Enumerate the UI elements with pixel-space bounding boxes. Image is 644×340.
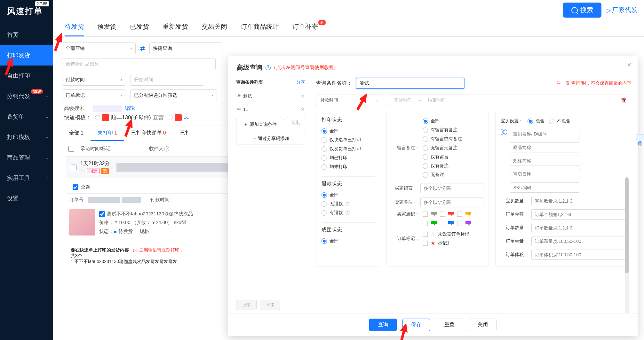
radio-refund-all[interactable]: 全部 bbox=[322, 190, 375, 199]
tab-reship[interactable]: 重新发货 bbox=[163, 22, 188, 36]
baby-attr-input[interactable] bbox=[510, 169, 580, 179]
share-code-button[interactable]: ⫘ 通过分享码添加 bbox=[236, 133, 305, 144]
date-range-picker[interactable]: 开始时间→结束时间📅 bbox=[389, 95, 631, 106]
radio-remark-all[interactable]: 全部 bbox=[423, 117, 483, 126]
tab-resend[interactable]: 订单补寄新 bbox=[292, 22, 318, 36]
tab-closed[interactable]: 交易关闭 bbox=[202, 22, 227, 36]
mark-option[interactable]: ★ 标记1 bbox=[423, 239, 483, 248]
flag-checkbox[interactable] bbox=[423, 212, 428, 217]
swap-icon[interactable]: ⇄ bbox=[140, 45, 145, 52]
subtab-unprinted[interactable]: 未打印1 bbox=[91, 126, 124, 141]
spec-short-input[interactable] bbox=[510, 156, 580, 166]
tab-stats[interactable]: 订单商品统计 bbox=[241, 22, 279, 36]
vendor-ship-link[interactable]: 厂家代发 bbox=[606, 6, 638, 14]
radio-remark-both[interactable]: 有留言有备注 bbox=[423, 126, 483, 135]
radio-print-express[interactable]: 仅快递单已打印 bbox=[322, 135, 375, 144]
seller-note-input[interactable] bbox=[420, 197, 483, 207]
close-button[interactable]: 关闭 bbox=[469, 319, 497, 331]
subtab-all[interactable]: 全部1 bbox=[62, 126, 91, 141]
qty-input[interactable] bbox=[531, 196, 626, 206]
delete-icon[interactable]: ✕ bbox=[301, 107, 305, 112]
flag-yellow-icon[interactable] bbox=[465, 212, 471, 216]
radio-group-all[interactable]: 全部 bbox=[322, 236, 375, 245]
buyer-msg-input[interactable] bbox=[420, 183, 483, 193]
scrollbar[interactable] bbox=[625, 177, 629, 313]
radio-remark-note[interactable]: 仅有备注 bbox=[423, 161, 483, 170]
paytime-select[interactable]: 付款时间▾ bbox=[62, 74, 126, 86]
star-icon[interactable]: ☆ bbox=[80, 167, 85, 174]
condition-item[interactable]: 👁测试✕ bbox=[236, 91, 305, 102]
condition-name-input[interactable] bbox=[356, 78, 465, 89]
sidebar-item-stock[interactable]: 备货单⌄ bbox=[0, 106, 53, 127]
sidebar-item-print-ship[interactable]: 打印发货 bbox=[0, 45, 53, 66]
radio-print-none[interactable]: 均未打印 bbox=[322, 162, 375, 171]
mark-select[interactable]: 订单标记▾ bbox=[62, 89, 126, 101]
modal-help-link[interactable]: ?（点击左侧问号查看使用教程） bbox=[266, 65, 338, 71]
radio-remark-nonote[interactable]: 无备注 bbox=[423, 170, 483, 179]
radio-print-all[interactable]: 全部 bbox=[322, 127, 375, 135]
reset-button[interactable]: 重置 bbox=[436, 319, 463, 331]
product-select[interactable]: 请选择商品信息 bbox=[62, 58, 216, 70]
radio-print-ship[interactable]: 仅发货单已打印 bbox=[322, 144, 375, 153]
side-tab[interactable]: 通 bbox=[636, 134, 644, 140]
flag-checkbox[interactable] bbox=[457, 212, 462, 217]
date-type-select[interactable]: 付款时间⌄ bbox=[316, 95, 383, 106]
order-checkbox[interactable] bbox=[71, 165, 76, 170]
radio-refund-yes[interactable]: 有退款? bbox=[322, 208, 375, 217]
flag-checkbox[interactable] bbox=[423, 221, 428, 226]
add-condition-button[interactable]: ＋添加查询条件 bbox=[236, 119, 284, 130]
global-search-button[interactable]: 搜索 bbox=[563, 3, 601, 18]
subtab-printed[interactable]: 已打 bbox=[173, 126, 197, 141]
radio-remark-or[interactable]: 有留言或有备注 bbox=[423, 135, 483, 143]
shop-select[interactable]: 全部店铺▾ bbox=[62, 42, 136, 54]
move-down-button[interactable]: 下移 bbox=[260, 300, 280, 310]
flag-checkbox[interactable] bbox=[440, 212, 445, 217]
move-up-button[interactable]: 上移 bbox=[236, 300, 257, 310]
sidebar-item-product[interactable]: 商品管理⌄ bbox=[0, 147, 53, 168]
radio-remark-msg[interactable]: 仅有留言 bbox=[423, 152, 483, 161]
col-recipient[interactable]: 收件人? bbox=[149, 146, 169, 152]
share-link[interactable]: 分享 bbox=[296, 80, 305, 85]
delete-icon[interactable]: ✕ bbox=[301, 94, 305, 99]
quick-search[interactable]: 快捷查询 bbox=[149, 42, 223, 54]
sidebar-item-settings[interactable]: 设置 bbox=[0, 188, 53, 209]
start-time[interactable]: 开始时间 bbox=[131, 74, 204, 86]
tab-pre[interactable]: 预发货 bbox=[97, 22, 116, 36]
sidebar-item-home[interactable]: 首页 bbox=[0, 25, 53, 45]
template-option-1[interactable]: 顺丰130(子母件)直营 bbox=[95, 114, 164, 121]
save-button[interactable]: 保存 bbox=[402, 319, 430, 331]
query-button[interactable]: 查询 bbox=[369, 319, 397, 331]
partition-select[interactable]: 已分配快递分区筛选▾ bbox=[131, 89, 217, 101]
baby-name-input[interactable] bbox=[510, 129, 580, 139]
edit-link[interactable]: 编辑 bbox=[125, 105, 135, 112]
sku-input[interactable] bbox=[510, 182, 580, 193]
flag-purple-icon[interactable] bbox=[465, 221, 471, 226]
radio-print-both[interactable]: 均已打印 bbox=[322, 153, 375, 162]
radio-refund-no[interactable]: 无退款? bbox=[322, 199, 375, 208]
flag-green-icon[interactable] bbox=[431, 221, 437, 226]
radio-include[interactable]: 包含 bbox=[528, 117, 545, 126]
sidebar-item-template[interactable]: 打印模板⌄ bbox=[0, 127, 53, 147]
sidebar-item-tools[interactable]: 实用工具› bbox=[0, 168, 53, 188]
close-icon[interactable]: × bbox=[627, 61, 631, 69]
tab-shipped[interactable]: 已发货 bbox=[130, 22, 149, 36]
add-icon[interactable]: + bbox=[501, 129, 504, 135]
flag-red-icon[interactable] bbox=[448, 212, 454, 216]
amount-input[interactable] bbox=[531, 209, 626, 220]
ordcnt-input[interactable] bbox=[531, 223, 626, 233]
flag-checkbox[interactable] bbox=[457, 221, 462, 226]
flag-checkbox[interactable] bbox=[440, 221, 445, 226]
scrollbar-thumb[interactable] bbox=[625, 177, 629, 273]
radio-remark-none[interactable]: 无留言无备注 bbox=[423, 143, 483, 152]
volume-input[interactable] bbox=[531, 250, 626, 260]
condition-item[interactable]: 👁11✕ bbox=[236, 104, 305, 114]
mark-option[interactable]: ☆ 未设置订单标记 bbox=[423, 230, 483, 239]
select-all-products[interactable] bbox=[73, 184, 78, 190]
flag-blue-icon[interactable] bbox=[448, 221, 454, 226]
sidebar-item-free-print[interactable]: 自由打印 bbox=[0, 66, 53, 86]
template-option-2[interactable]: ⫘ bbox=[168, 114, 189, 121]
tab-pending[interactable]: 待发货 bbox=[65, 22, 84, 36]
flag-gray-icon[interactable] bbox=[431, 212, 437, 216]
select-all-checkbox[interactable] bbox=[68, 146, 74, 152]
radio-exclude[interactable]: 不包含 bbox=[549, 117, 570, 126]
